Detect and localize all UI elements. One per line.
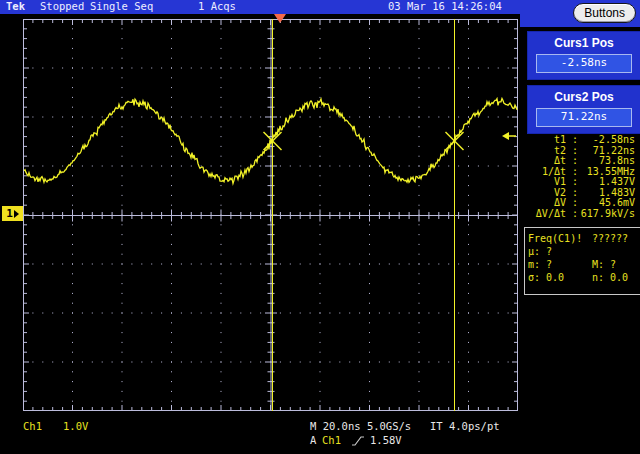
- curs2-pos-panel: Curs2 Pos 71.22ns: [527, 85, 640, 134]
- measurement-row: μ: ?: [525, 245, 640, 258]
- datetime: 03 Mar 16 14:26:04: [388, 0, 502, 13]
- top-right-panel: Buttons: [520, 0, 640, 27]
- acquisition-count: 1 Acqs: [198, 0, 236, 13]
- readout-row: ΔV :45.6mV: [518, 198, 638, 209]
- measurement-count: n: 0.0: [592, 271, 640, 284]
- tek-logo: Tek: [6, 0, 25, 13]
- readout-label: V1 :: [518, 177, 578, 188]
- trigger-source: Ch1: [322, 434, 341, 446]
- trigger-level-readout: 1.58V: [370, 434, 402, 446]
- buttons-button[interactable]: Buttons: [573, 3, 636, 23]
- oscilloscope-screen: Tek Stopped Single Seq 1 Acqs 03 Mar 16 …: [0, 0, 640, 454]
- trigger-prefix: A: [310, 434, 316, 446]
- acquisition-mode: Single Seq: [90, 0, 153, 13]
- channel1-ground-marker[interactable]: 1: [2, 206, 23, 221]
- measurement-max: M: ?: [592, 258, 640, 271]
- measurement-row: m: ?M: ?: [525, 258, 640, 271]
- curs1-pos-panel: Curs1 Pos -2.58ns: [527, 31, 640, 80]
- measurement-blank: [592, 245, 640, 258]
- curs2-pos-value[interactable]: 71.22ns: [536, 108, 632, 127]
- measurement-box: Freq(C1)!?????? μ: ? m: ?M: ? σ: 0.0n: 0…: [524, 227, 640, 295]
- measurement-value: ??????: [592, 232, 640, 245]
- curs1-pos-value[interactable]: -2.58ns: [536, 54, 632, 73]
- readout-label: ΔV/Δt :: [518, 209, 578, 220]
- acquisition-state: Stopped: [40, 0, 84, 13]
- channel1-marker-label: 1: [6, 207, 13, 220]
- cursor-readouts: t1 :-2.58ns t2 :71.22ns Δt :73.8ns 1/Δt …: [518, 135, 638, 219]
- readout-label: ΔV :: [518, 198, 578, 209]
- measurement-row: σ: 0.0n: 0.0: [525, 271, 640, 284]
- measurement-min: m: ?: [528, 258, 592, 271]
- readout-value: 617.9kV/s: [578, 209, 638, 220]
- trigger-position-marker[interactable]: [274, 14, 286, 23]
- channel1-scale[interactable]: 1.0V: [63, 420, 88, 432]
- readout-value: 1.437V: [578, 177, 638, 188]
- measurement-sigma: σ: 0.0: [528, 271, 592, 284]
- readout-label: Δt :: [518, 156, 578, 167]
- readout-value: -2.58ns: [578, 135, 638, 146]
- measurement-row: Freq(C1)!??????: [525, 232, 640, 245]
- curs2-pos-title: Curs2 Pos: [528, 90, 640, 104]
- readout-row: V1 :1.437V: [518, 177, 638, 188]
- readout-row: t1 :-2.58ns: [518, 135, 638, 146]
- sampling-readout: IT 4.0ps/pt: [430, 420, 500, 432]
- readout-value: 73.8ns: [578, 156, 638, 167]
- readout-row: Δt :73.8ns: [518, 156, 638, 167]
- readout-value: 45.6mV: [578, 198, 638, 209]
- rising-edge-icon: [351, 435, 365, 447]
- waveform-display: [23, 19, 518, 411]
- right-arrow-icon: [14, 210, 19, 218]
- measurement-name: Freq(C1)!: [528, 232, 592, 245]
- measurement-mean: μ: ?: [528, 245, 592, 258]
- readout-row: ΔV/Δt :617.9kV/s: [518, 209, 638, 220]
- readout-label: t1 :: [518, 135, 578, 146]
- timebase-readout: M 20.0ns 5.0GS/s: [310, 420, 411, 432]
- channel1-label[interactable]: Ch1: [23, 420, 42, 432]
- curs1-pos-title: Curs1 Pos: [528, 36, 640, 50]
- graticule-area: [23, 19, 518, 411]
